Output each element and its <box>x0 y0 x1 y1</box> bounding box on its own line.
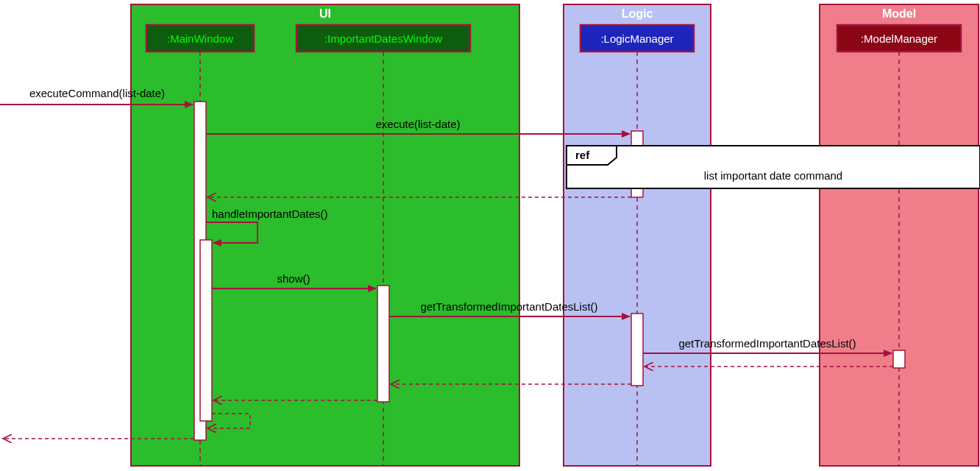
lifeline-important-dates-window-head: :ImportantDatesWindow <box>297 25 470 52</box>
lifeline-logic-manager-label: :LogicManager <box>600 32 673 45</box>
ref-fragment-text: list important date command <box>704 169 842 182</box>
msg-handle-important-dates-label: handleImportantDates() <box>212 208 328 220</box>
lifeline-main-window-label: :MainWindow <box>167 32 233 45</box>
activation-important-dates-window <box>377 286 389 402</box>
msg-execute-command-label: executeCommand(list-date) <box>29 87 165 99</box>
activation-main-window-inner <box>200 240 212 421</box>
ref-fragment-tag: ref <box>575 149 590 161</box>
lifeline-model-manager-label: :ModelManager <box>861 32 937 45</box>
sequence-diagram: UI Logic Model :MainWindow :ImportantDat… <box>0 0 980 471</box>
package-ui <box>131 4 519 466</box>
lifeline-logic-manager-head: :LogicManager <box>580 25 694 52</box>
msg-execute-label: execute(list-date) <box>375 118 460 130</box>
package-model <box>820 4 979 466</box>
package-logic <box>564 4 711 466</box>
msg-get-transformed-1-label: getTransformedImportantDatesList() <box>420 300 597 313</box>
activation-logic-manager-get <box>631 314 643 386</box>
activation-model-manager <box>893 350 905 368</box>
msg-get-transformed-2-label: getTransformedImportantDatesList() <box>678 337 856 350</box>
lifeline-main-window-head: :MainWindow <box>146 25 254 52</box>
package-logic-title: Logic <box>622 7 653 20</box>
ref-fragment: ref list important date command <box>567 146 980 188</box>
lifeline-important-dates-window-label: :ImportantDatesWindow <box>324 32 442 45</box>
lifeline-model-manager-head: :ModelManager <box>837 25 961 52</box>
package-ui-title: UI <box>319 7 331 20</box>
svg-rect-4 <box>567 146 980 188</box>
msg-show-label: show() <box>277 272 310 285</box>
package-model-title: Model <box>882 7 916 20</box>
